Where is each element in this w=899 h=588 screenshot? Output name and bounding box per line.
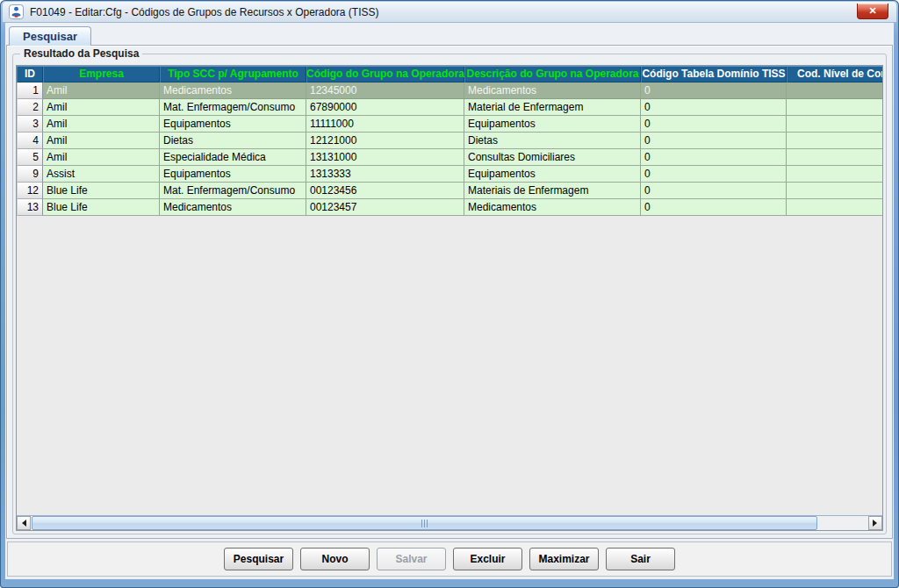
table-row[interactable]: 9AssistEquipamentos1313333Equipamentos0 [17, 166, 882, 183]
cell-cod_nivel [787, 166, 882, 183]
cell-cod_nivel [787, 183, 882, 199]
row-header-cell[interactable]: 4 [17, 133, 43, 149]
cell-codigo_tabela: 0 [641, 116, 787, 133]
cell-descricao_grupo: Medicamentos [464, 82, 641, 99]
cell-codigo_grupo: 00123457 [306, 199, 464, 216]
cell-tipo_scc: Dietas [160, 133, 306, 149]
cell-tipo_scc: Mat. Enfermagem/Consumo [160, 183, 306, 199]
cell-codigo_tabela: 0 [641, 149, 787, 166]
cell-empresa: Amil [43, 82, 160, 99]
results-table: IDEmpresaTipo SCC p/ AgrupamentoCódigo d… [16, 65, 883, 531]
cell-codigo_grupo: 1313333 [306, 166, 464, 183]
table-row[interactable]: 3AmilEquipamentos11111000Equipamentos0 [17, 116, 882, 133]
scrollbar-grip-icon [424, 520, 425, 527]
app-window: F01049 - Editar:Cfg - Códigos de Grupos … [0, 0, 899, 588]
cell-cod_nivel [787, 99, 882, 116]
cell-empresa: Amil [43, 99, 160, 116]
cell-codigo_tabela: 0 [641, 99, 787, 116]
column-header-codigo_grupo[interactable]: Código do Grupo na Operadora [306, 66, 464, 82]
cell-tipo_scc: Equipamentos [160, 166, 306, 183]
title-bar[interactable]: F01049 - Editar:Cfg - Códigos de Grupos … [3, 2, 896, 23]
cell-cod_nivel [787, 116, 882, 133]
close-button[interactable]: ✕ [857, 4, 888, 19]
table-header-row: IDEmpresaTipo SCC p/ AgrupamentoCódigo d… [17, 66, 882, 82]
cell-empresa: Blue Life [43, 183, 160, 199]
column-header-cod_nivel[interactable]: Cod. Nível de Com [787, 66, 882, 82]
row-header-cell[interactable]: 3 [17, 116, 43, 133]
cell-codigo_tabela: 0 [641, 133, 787, 149]
scrollbar-thumb[interactable] [32, 516, 817, 530]
row-header-cell[interactable]: 12 [17, 183, 43, 199]
cell-tipo_scc: Equipamentos [160, 116, 306, 133]
cell-descricao_grupo: Medicamentos [464, 199, 641, 216]
column-header-empresa[interactable]: Empresa [43, 66, 160, 82]
cell-codigo_grupo: 13131000 [306, 149, 464, 166]
sair-button[interactable]: Sair [606, 548, 675, 570]
table-row[interactable]: 1AmilMedicamentos12345000Medicamentos0 [17, 82, 882, 99]
column-header-codigo_tabela[interactable]: Código Tabela Domínio TISS [641, 66, 787, 82]
scroll-right-button[interactable] [868, 516, 882, 530]
scrollbar-track[interactable] [31, 516, 868, 530]
row-header-cell[interactable]: 1 [17, 82, 43, 99]
cell-cod_nivel [787, 82, 882, 99]
cell-codigo_tabela: 0 [641, 199, 787, 216]
column-header-tipo_scc[interactable]: Tipo SCC p/ Agrupamento [160, 66, 306, 82]
row-header-cell[interactable]: 2 [17, 99, 43, 116]
cell-codigo_grupo: 12345000 [306, 82, 464, 99]
column-header-descricao_grupo[interactable]: Descrição do Grupo na Operadora [464, 66, 641, 82]
row-header-cell[interactable]: 9 [17, 166, 43, 183]
scroll-left-button[interactable] [17, 516, 31, 530]
cell-codigo_grupo: 00123456 [306, 183, 464, 199]
cell-descricao_grupo: Equipamentos [464, 166, 641, 183]
cell-descricao_grupo: Material de Enfermagem [464, 99, 641, 116]
cell-codigo_tabela: 0 [641, 82, 787, 99]
close-icon: ✕ [868, 5, 876, 16]
cell-empresa: Blue Life [43, 199, 160, 216]
tab-pesquisar[interactable]: Pesquisar [9, 26, 91, 46]
cell-codigo_grupo: 67890000 [306, 99, 464, 116]
window-title: F01049 - Editar:Cfg - Códigos de Grupos … [30, 6, 379, 18]
cell-descricao_grupo: Materiais de Enfermagem [464, 183, 641, 199]
result-groupbox: Resultado da Pesquisa IDEmpresaTipo SCC … [12, 54, 887, 534]
cell-tipo_scc: Medicamentos [160, 199, 306, 216]
app-icon [9, 4, 24, 19]
cell-codigo_grupo: 11111000 [306, 116, 464, 133]
table-row[interactable]: 4AmilDietas12121000Dietas0 [17, 133, 882, 149]
cell-descricao_grupo: Dietas [464, 133, 641, 149]
button-bar: PesquisarNovoSalvarExcluirMaximizarSair [7, 541, 892, 577]
cell-empresa: Amil [43, 149, 160, 166]
cell-tipo_scc: Medicamentos [160, 82, 306, 99]
cell-empresa: Amil [43, 133, 160, 149]
table-body: 1AmilMedicamentos12345000Medicamentos02A… [17, 82, 882, 216]
table-row[interactable]: 5AmilEspecialidade Médica13131000Consult… [17, 149, 882, 166]
excluir-button[interactable]: Excluir [453, 548, 522, 570]
tab-label: Pesquisar [23, 30, 77, 43]
cell-empresa: Assist [43, 166, 160, 183]
cell-descricao_grupo: Consultas Domiciliares [464, 149, 641, 166]
scroll-right-icon [873, 520, 881, 527]
scroll-left-icon [18, 520, 26, 527]
cell-empresa: Amil [43, 116, 160, 133]
row-header-cell[interactable]: 13 [17, 199, 43, 216]
pesquisar-button[interactable]: Pesquisar [224, 548, 293, 570]
cell-cod_nivel [787, 199, 882, 216]
table-row[interactable]: 12Blue LifeMat. Enfermagem/Consumo001234… [17, 183, 882, 199]
row-header-cell[interactable]: 5 [17, 149, 43, 166]
cell-codigo_tabela: 0 [641, 166, 787, 183]
tab-content-panel: Resultado da Pesquisa IDEmpresaTipo SCC … [6, 45, 893, 539]
table-row[interactable]: 2AmilMat. Enfermagem/Consumo67890000Mate… [17, 99, 882, 116]
table-viewport: IDEmpresaTipo SCC p/ AgrupamentoCódigo d… [17, 66, 882, 515]
horizontal-scrollbar[interactable] [17, 515, 882, 530]
cell-codigo_grupo: 12121000 [306, 133, 464, 149]
groupbox-title: Resultado da Pesquisa [20, 47, 142, 60]
cell-tipo_scc: Especialidade Médica [160, 149, 306, 166]
column-header-id[interactable]: ID [17, 66, 43, 82]
maximizar-button[interactable]: Maximizar [529, 548, 599, 570]
novo-button[interactable]: Novo [300, 548, 370, 570]
table-row[interactable]: 13Blue LifeMedicamentos00123457Medicamen… [17, 199, 882, 216]
cell-tipo_scc: Mat. Enfermagem/Consumo [160, 99, 306, 116]
cell-codigo_tabela: 0 [641, 183, 787, 199]
salvar-button: Salvar [377, 548, 446, 570]
cell-descricao_grupo: Equipamentos [464, 116, 641, 133]
cell-cod_nivel [787, 149, 882, 166]
